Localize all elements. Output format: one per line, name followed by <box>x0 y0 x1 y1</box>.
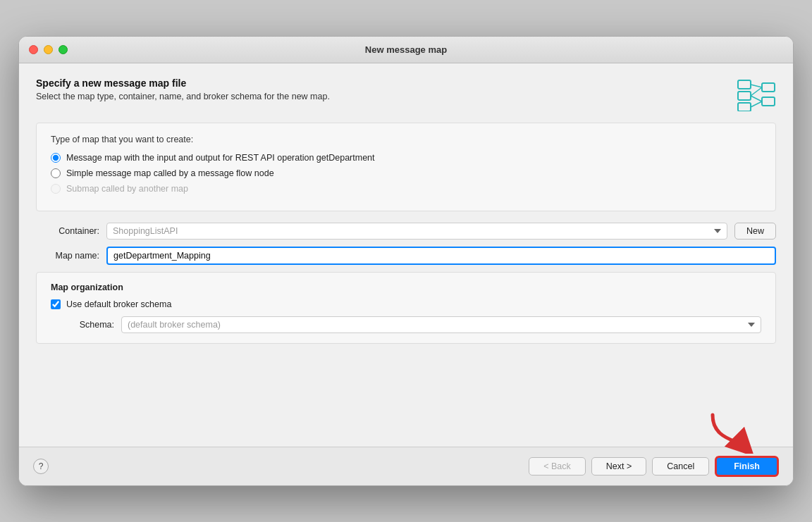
arrow-icon <box>699 411 755 454</box>
container-field-control: ShoppingListAPI <box>106 223 727 240</box>
cancel-button[interactable]: Cancel <box>652 457 709 476</box>
page-heading: Specify a new message map file <box>36 77 330 89</box>
use-default-broker-row[interactable]: Use default broker schema <box>51 299 761 309</box>
header-text: Specify a new message map file Select th… <box>36 77 330 101</box>
svg-rect-3 <box>762 83 775 92</box>
finish-button[interactable]: Finish <box>715 456 779 477</box>
svg-rect-2 <box>738 103 751 111</box>
svg-rect-0 <box>738 80 751 89</box>
radio-label-2: Simple message map called by a message f… <box>66 168 274 178</box>
map-type-panel: Type of map that you want to create: Mes… <box>36 123 776 211</box>
new-button[interactable]: New <box>734 223 776 240</box>
window-title: New message map <box>365 44 447 55</box>
schema-label: Schema: <box>51 320 114 330</box>
container-row: Container: ShoppingListAPI New <box>36 223 776 240</box>
map-organization-section: Map organization Use default broker sche… <box>36 272 776 344</box>
traffic-lights <box>29 45 68 54</box>
help-button[interactable]: ? <box>33 459 49 474</box>
spacer <box>36 355 776 411</box>
svg-line-5 <box>751 85 762 87</box>
svg-line-8 <box>751 101 762 107</box>
svg-rect-4 <box>762 97 775 106</box>
use-default-broker-checkbox[interactable] <box>51 299 61 309</box>
radio-label-1: Message map with the input and output fo… <box>66 153 375 163</box>
next-button[interactable]: Next > <box>591 457 646 476</box>
bottom-right: < Back Next > Cancel Finish <box>529 456 779 477</box>
map-name-row: Map name: <box>36 247 776 265</box>
schema-field-control: (default broker schema) <box>121 316 761 333</box>
map-icon <box>737 77 776 111</box>
page-description: Select the map type, container, name, an… <box>36 92 330 101</box>
minimize-button[interactable] <box>44 45 53 54</box>
radio-label-3: Submap called by another map <box>66 184 188 194</box>
map-name-label: Map name: <box>36 251 99 261</box>
dialog-content: Specify a new message map file Select th… <box>19 63 793 454</box>
radio-input-2[interactable] <box>51 168 61 178</box>
help-icon: ? <box>39 461 44 471</box>
maximize-button[interactable] <box>59 45 68 54</box>
dialog-window: New message map Specify a new message ma… <box>18 36 794 486</box>
container-select[interactable]: ShoppingListAPI <box>106 223 727 240</box>
map-organization-title: Map organization <box>51 282 761 292</box>
close-button[interactable] <box>29 45 38 54</box>
bottom-left: ? <box>33 459 49 474</box>
svg-rect-1 <box>738 92 751 100</box>
titlebar: New message map <box>19 37 793 63</box>
radio-option-3[interactable]: Submap called by another map <box>51 184 761 194</box>
svg-line-6 <box>751 87 762 96</box>
radio-input-3 <box>51 184 61 194</box>
schema-row: Schema: (default broker schema) <box>51 316 761 333</box>
use-default-broker-label: Use default broker schema <box>66 299 171 309</box>
map-type-label: Type of map that you want to create: <box>51 135 761 144</box>
header-icon <box>737 77 776 111</box>
radio-input-1[interactable] <box>51 153 61 163</box>
map-name-field-control <box>106 247 776 265</box>
header-section: Specify a new message map file Select th… <box>36 77 776 111</box>
back-button[interactable]: < Back <box>529 457 586 476</box>
svg-line-7 <box>751 96 762 101</box>
arrow-area <box>36 411 776 454</box>
schema-select[interactable]: (default broker schema) <box>121 316 761 333</box>
radio-option-2[interactable]: Simple message map called by a message f… <box>51 168 761 178</box>
container-label: Container: <box>36 226 99 236</box>
map-name-input[interactable] <box>106 247 776 265</box>
radio-option-1[interactable]: Message map with the input and output fo… <box>51 153 761 163</box>
